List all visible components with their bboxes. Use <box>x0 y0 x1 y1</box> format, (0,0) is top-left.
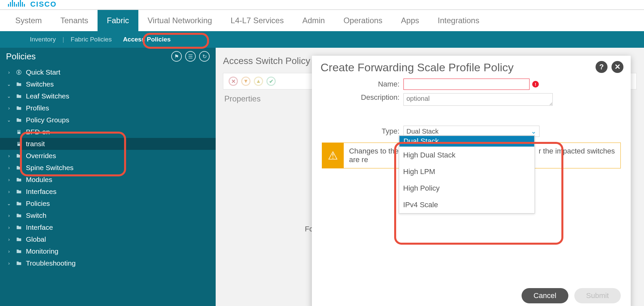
sidebar: Policies ⚑ ☰ ↻ ›Quick Start ⌄Switches ⌄L… <box>0 48 216 306</box>
main-nav-virtual-networking[interactable]: Virtual Networking <box>138 10 221 31</box>
tree-spine-switches[interactable]: ›Spine Switches <box>0 162 216 174</box>
content-row: Policies ⚑ ☰ ↻ ›Quick Start ⌄Switches ⌄L… <box>0 48 644 306</box>
chevron-right-icon: › <box>6 225 12 230</box>
chevron-right-icon: › <box>6 237 12 242</box>
tree-modules[interactable]: ›Modules <box>0 174 216 186</box>
status-minor-icon[interactable]: ▲ <box>254 77 263 86</box>
modal-title: Create Forwarding Scale Profile Policy <box>321 61 622 74</box>
chevron-down-icon: ⌄ <box>6 82 12 87</box>
chevron-right-icon: › <box>6 189 12 194</box>
chevron-right-icon: › <box>6 249 12 254</box>
main-nav-operations[interactable]: Operations <box>334 10 392 31</box>
cisco-logo: CISCO <box>8 0 57 9</box>
tree-bfd-on[interactable]: ›BFD-on <box>0 126 216 138</box>
chevron-down-icon: ⌄ <box>6 93 12 99</box>
type-option-ipv4-scale[interactable]: IPv4 Scale <box>399 197 535 213</box>
compass-icon <box>15 69 23 75</box>
sidebar-list-icon[interactable]: ☰ <box>185 51 196 62</box>
close-icon[interactable]: ✕ <box>611 61 623 73</box>
submit-button: Submit <box>574 288 621 303</box>
app-root: CISCO System Tenants Fabric Virtual Netw… <box>0 0 644 306</box>
sidebar-refresh-icon[interactable]: ↻ <box>199 51 210 62</box>
tree-global[interactable]: ›Global <box>0 233 216 245</box>
chevron-right-icon: › <box>6 105 12 111</box>
type-label: Type: <box>321 127 403 136</box>
status-critical-icon[interactable]: ✕ <box>229 77 238 86</box>
sidebar-title: Policies <box>6 51 36 62</box>
sidebar-header: Policies ⚑ ☰ ↻ <box>0 48 216 65</box>
folder-icon <box>15 260 23 266</box>
folder-icon <box>15 236 23 242</box>
subnav-access-policies[interactable]: Access Policies <box>118 34 176 45</box>
chevron-down-icon: ⌄ <box>531 127 537 135</box>
tree-leaf-switches[interactable]: ⌄Leaf Switches <box>0 90 216 102</box>
nav-tree: ›Quick Start ⌄Switches ⌄Leaf Switches ›P… <box>0 65 216 276</box>
tree-quick-start[interactable]: ›Quick Start <box>0 66 216 78</box>
main-nav-l4l7[interactable]: L4-L7 Services <box>221 10 293 31</box>
chevron-right-icon: › <box>6 153 12 158</box>
folder-icon <box>15 189 23 195</box>
tree-transit[interactable]: ›transit <box>0 138 216 150</box>
subnav-separator: | <box>62 36 64 43</box>
main-nav: System Tenants Fabric Virtual Networking… <box>0 10 644 31</box>
create-fsp-modal: Create Forwarding Scale Profile Policy ?… <box>312 56 631 306</box>
tree-profiles[interactable]: ›Profiles <box>0 102 216 114</box>
chevron-down-icon: ⌄ <box>6 201 12 206</box>
type-option-high-lpm[interactable]: High LPM <box>399 163 535 180</box>
sidebar-flag-icon[interactable]: ⚑ <box>171 51 182 62</box>
folder-icon <box>15 248 23 254</box>
tree-troubleshooting[interactable]: ›Troubleshooting <box>0 257 216 269</box>
name-input[interactable] <box>403 79 530 90</box>
tree-policies[interactable]: ⌄Policies <box>0 198 216 210</box>
sidebar-header-icons: ⚑ ☰ ↻ <box>171 51 210 62</box>
tree-monitoring[interactable]: ›Monitoring <box>0 245 216 257</box>
chevron-right-icon: › <box>6 177 12 182</box>
description-label: Description: <box>321 93 403 102</box>
chevron-down-icon: ⌄ <box>6 117 12 123</box>
tree-switches[interactable]: ⌄Switches <box>0 78 216 90</box>
tree-interface[interactable]: ›Interface <box>0 221 216 233</box>
main-nav-system[interactable]: System <box>6 10 51 31</box>
main-nav-admin[interactable]: Admin <box>293 10 334 31</box>
description-input[interactable] <box>403 93 553 106</box>
folder-icon <box>15 177 23 183</box>
policy-icon <box>15 129 23 135</box>
tree-switch[interactable]: ›Switch <box>0 210 216 221</box>
error-icon: ! <box>532 81 539 88</box>
help-icon[interactable]: ? <box>596 61 608 73</box>
warning-icon: ⚠ <box>322 143 344 168</box>
tree-interfaces[interactable]: ›Interfaces <box>0 186 216 198</box>
status-major-icon[interactable]: ▼ <box>241 77 250 86</box>
main-nav-tenants[interactable]: Tenants <box>51 10 98 31</box>
name-label: Name: <box>321 80 403 89</box>
subnav-fabric-policies[interactable]: Fabric Policies <box>71 36 112 43</box>
folder-icon <box>15 153 23 159</box>
folder-icon <box>15 224 23 230</box>
tree-policy-groups[interactable]: ⌄Policy Groups <box>0 114 216 126</box>
folder-icon <box>15 105 23 111</box>
type-dropdown: Dual Stack High Dual Stack High LPM High… <box>399 135 535 214</box>
status-healthy-icon[interactable]: ✔ <box>266 77 276 86</box>
main-nav-apps[interactable]: Apps <box>392 10 429 31</box>
folder-icon <box>15 81 23 87</box>
chevron-right-icon: › <box>6 70 12 75</box>
main-panel: Access Switch Policy Group - transit ✕ ▼… <box>216 48 644 306</box>
main-nav-fabric[interactable]: Fabric <box>98 10 138 31</box>
cisco-logo-text: CISCO <box>30 0 57 8</box>
subnav-inventory[interactable]: Inventory <box>30 36 56 43</box>
type-option-dual-stack[interactable]: Dual Stack <box>399 136 535 147</box>
cancel-button[interactable]: Cancel <box>522 288 568 303</box>
main-nav-integrations[interactable]: Integrations <box>428 10 488 31</box>
folder-icon <box>15 165 23 171</box>
type-option-high-policy[interactable]: High Policy <box>399 180 535 197</box>
brand-bar: CISCO <box>0 0 644 10</box>
chevron-right-icon: › <box>6 165 12 170</box>
folder-icon <box>15 117 23 123</box>
tree-overrides[interactable]: ›Overrides <box>0 150 216 162</box>
folder-icon <box>15 213 23 218</box>
chevron-right-icon: › <box>6 261 12 266</box>
sub-nav: Inventory | Fabric Policies Access Polic… <box>0 31 644 48</box>
cisco-logo-bars <box>8 0 25 7</box>
type-option-high-dual-stack[interactable]: High Dual Stack <box>399 147 535 163</box>
folder-icon <box>15 93 23 99</box>
